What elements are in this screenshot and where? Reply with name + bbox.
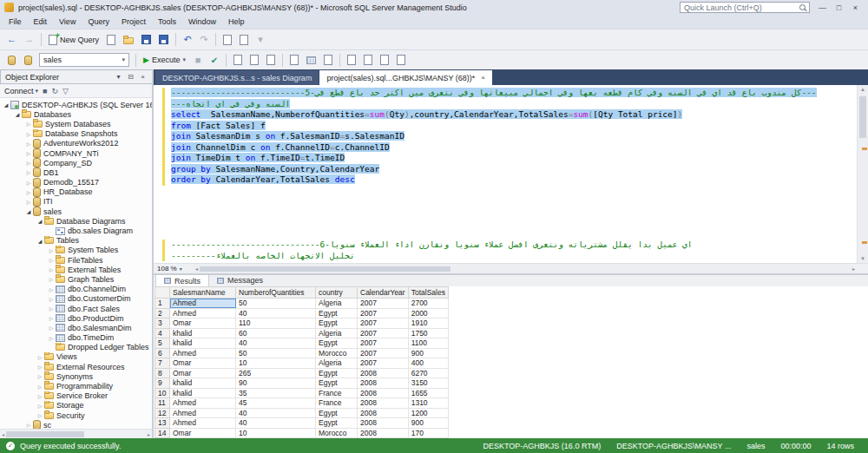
scrollbar-thumb[interactable] xyxy=(859,96,866,138)
row-number-cell[interactable]: 4 xyxy=(155,328,170,338)
display-estimated-plan-icon[interactable] xyxy=(230,51,246,69)
expander-icon[interactable]: ▷ xyxy=(47,315,56,321)
expander-icon[interactable]: ▷ xyxy=(24,189,33,195)
grid-cell[interactable]: Ahmed xyxy=(170,418,236,429)
code-line[interactable]: ---السنه وفي في اي اتجاه xyxy=(171,99,857,110)
comment-icon[interactable] xyxy=(344,51,359,69)
expander-icon[interactable]: ▷ xyxy=(47,335,56,341)
expander-icon[interactable]: ▷ xyxy=(47,266,56,272)
column-header[interactable]: TotalSales xyxy=(408,287,448,299)
grid-cell[interactable]: khalid xyxy=(170,338,236,349)
code-line[interactable]: group by SalesmanName,Country,CalendarYe… xyxy=(171,164,857,175)
grid-cell[interactable]: 1750 xyxy=(408,328,448,338)
grid-cell[interactable]: 1200 xyxy=(408,408,448,418)
grid-cell[interactable]: 265 xyxy=(236,368,316,378)
expander-icon[interactable]: ▷ xyxy=(47,325,56,331)
expander-icon[interactable]: ▷ xyxy=(36,384,44,390)
editor-vscrollbar[interactable]: ▲ ▼ xyxy=(857,85,868,263)
object-explorer-hscrollbar[interactable]: ◂ ▸ xyxy=(0,429,152,438)
tree-item[interactable]: ▷dbo.TimeDim xyxy=(0,333,152,343)
change-connection-icon[interactable] xyxy=(20,51,36,69)
grid-cell[interactable]: 2008 xyxy=(358,388,409,398)
grid-cell[interactable]: Egypt xyxy=(316,378,358,389)
row-number-cell[interactable]: 13 xyxy=(155,418,170,429)
grid-cell[interactable]: 2000 xyxy=(408,308,448,318)
expander-icon[interactable]: ◢ xyxy=(24,208,33,214)
results-to-text-icon[interactable] xyxy=(286,51,302,69)
code-line[interactable]: join TimeDim t on f.TimeID=t.TimeID xyxy=(171,153,857,164)
tree-item[interactable]: dbo.sales Diagram xyxy=(0,226,152,235)
expander-icon[interactable]: ▷ xyxy=(47,296,56,302)
pin-icon[interactable]: ⊟ xyxy=(126,73,135,81)
expander-icon[interactable]: ▷ xyxy=(24,169,33,175)
scroll-right-icon[interactable]: ▸ xyxy=(852,266,855,272)
row-number-cell[interactable]: 5 xyxy=(155,338,170,349)
grid-cell[interactable]: 1910 xyxy=(408,318,448,329)
disconnect-icon[interactable]: ■ xyxy=(43,87,47,95)
tree-item[interactable]: ▷COMPANY_NTi xyxy=(0,148,152,158)
outdent-icon[interactable] xyxy=(393,51,409,69)
grid-cell[interactable]: 1310 xyxy=(408,398,448,409)
parse-query-icon[interactable]: ✔ xyxy=(207,51,222,69)
grid-cell[interactable]: Egypt xyxy=(316,368,358,378)
grid-cell[interactable]: Algeria xyxy=(316,358,358,369)
grid-cell[interactable]: 900 xyxy=(408,418,448,429)
grid-cell[interactable]: 90 xyxy=(236,378,316,389)
tab-close-icon[interactable]: × xyxy=(481,74,485,82)
tree-item[interactable]: ▷External Resources xyxy=(0,362,152,371)
editor-hscrollbar[interactable]: ◂ ▸ xyxy=(194,265,857,273)
grid-cell[interactable]: Egypt xyxy=(316,408,358,418)
grid-cell[interactable]: 2008 xyxy=(358,408,409,418)
grid-cell[interactable]: 170 xyxy=(408,428,448,438)
redo-icon[interactable]: ↷ xyxy=(196,31,212,49)
execute-button[interactable]: ▶Execute▾ xyxy=(140,51,189,69)
expander-icon[interactable]: ▷ xyxy=(47,276,56,282)
row-number-cell[interactable]: 10 xyxy=(155,388,170,398)
results-to-file-icon[interactable] xyxy=(320,51,336,69)
code-line[interactable]: order by CalendarYear,TotalSales desc xyxy=(171,174,857,186)
expander-icon[interactable]: ▷ xyxy=(47,257,56,263)
menu-window[interactable]: Window xyxy=(182,16,222,28)
grid-cell[interactable]: Ahmed xyxy=(170,299,236,309)
intellisense-icon[interactable] xyxy=(263,51,279,69)
filter-icon[interactable]: ▽ xyxy=(62,87,69,95)
grid-cell[interactable]: 50 xyxy=(236,348,316,358)
tree-item[interactable]: ◢sales xyxy=(0,207,152,216)
grid-cell[interactable]: Omar xyxy=(170,368,236,378)
grid-cell[interactable]: 2007 xyxy=(358,338,409,349)
query-options-icon[interactable] xyxy=(247,51,262,69)
grid-cell[interactable]: France xyxy=(316,388,358,398)
grid-cell[interactable]: 40 xyxy=(236,418,316,429)
tree-item[interactable]: ▷System Tables xyxy=(0,246,152,255)
new-file-icon[interactable] xyxy=(103,31,119,49)
row-number-cell[interactable]: 9 xyxy=(155,378,170,389)
expander-icon[interactable]: ▷ xyxy=(24,160,33,166)
expander-icon[interactable]: ▷ xyxy=(36,354,44,360)
chevron-down-icon[interactable]: ▾ xyxy=(114,73,123,81)
menu-help[interactable]: Help xyxy=(222,16,251,28)
tree-item[interactable]: ▷Storage xyxy=(0,401,152,410)
scroll-right-icon[interactable]: ▸ xyxy=(148,431,150,437)
code-line[interactable] xyxy=(171,186,857,197)
menu-project[interactable]: Project xyxy=(115,16,152,28)
grid-cell[interactable]: 1655 xyxy=(408,388,448,398)
tree-item[interactable]: ▷dbo.ProductDim xyxy=(0,313,152,323)
tree-item[interactable]: ▷ITI xyxy=(0,197,152,207)
find-icon[interactable] xyxy=(236,31,252,49)
grid-cell[interactable]: Ahmed xyxy=(170,398,236,409)
expander-icon[interactable]: ▷ xyxy=(47,247,56,253)
grid-cell[interactable]: Ahmed xyxy=(170,348,236,358)
grid-cell[interactable]: 1100 xyxy=(408,338,448,349)
grid-cell[interactable]: 2007 xyxy=(358,299,409,309)
code-line[interactable]: from [Fact Sales] f xyxy=(171,121,857,132)
grid-cell[interactable]: 45 xyxy=(236,398,316,409)
expander-icon[interactable]: ◢ xyxy=(36,238,44,244)
expander-icon[interactable]: ▷ xyxy=(36,412,44,418)
tree-item[interactable]: ▷sc xyxy=(0,420,152,429)
grid-cell[interactable]: 10 xyxy=(236,358,316,369)
cancel-query-icon[interactable]: ■ xyxy=(190,51,206,69)
minimize-button[interactable]: — xyxy=(814,3,831,12)
open-file-icon[interactable] xyxy=(120,31,137,49)
grid-cell[interactable]: Egypt xyxy=(316,318,358,329)
row-number-cell[interactable]: 11 xyxy=(155,398,170,409)
